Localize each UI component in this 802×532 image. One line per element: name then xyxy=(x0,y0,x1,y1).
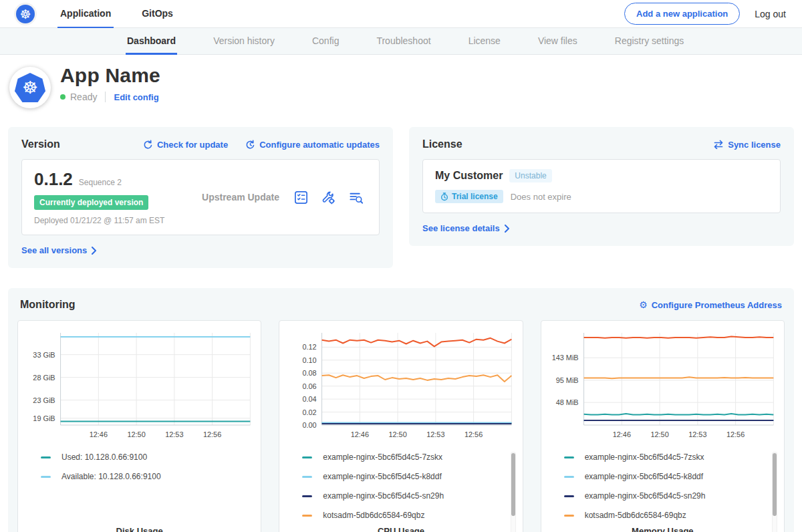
app-subnav: DashboardVersion historyConfigTroublesho… xyxy=(0,28,802,55)
stopwatch-icon xyxy=(440,192,448,201)
chart-plot-cpu-usage: 0.120.100.080.060.040.020.0012:4612:5012… xyxy=(286,327,515,442)
svg-text:19 GiB: 19 GiB xyxy=(33,414,55,422)
version-source-label: Upstream Update xyxy=(188,192,293,203)
subnav-item-dashboard[interactable]: Dashboard xyxy=(126,28,177,55)
topnav-tab-application[interactable]: Application xyxy=(57,0,114,28)
legend-scrollbar-thumb[interactable] xyxy=(511,453,515,516)
status-dot-icon xyxy=(60,94,65,100)
legend-color-dash xyxy=(564,456,574,458)
svg-text:0.12: 0.12 xyxy=(303,343,317,351)
svg-text:12:46: 12:46 xyxy=(612,430,630,438)
channel-badge: Unstable xyxy=(509,169,551,182)
license-expiry-text: Does not expire xyxy=(511,192,571,202)
deployed-timestamp: Deployed 01/21/22 @ 11:57 am EST xyxy=(34,216,188,225)
kubernetes-logo-icon: ☸ xyxy=(16,5,35,23)
svg-text:95 MiB: 95 MiB xyxy=(555,376,578,384)
version-card: Version Check for update Configure autom… xyxy=(8,127,393,268)
chart-legend-disk-usage: Used: 10.128.0.66:9100Available: 10.128.… xyxy=(41,452,254,482)
chart-card-cpu-usage: 0.120.100.080.060.040.020.0012:4612:5012… xyxy=(279,320,523,532)
license-details-card: My Customer Unstable Trial license Does … xyxy=(422,159,781,213)
check-for-update-link[interactable]: Check for update xyxy=(143,140,228,150)
svg-text:0.10: 0.10 xyxy=(303,356,317,364)
legend-item: example-nginx-5bc6f5d4c5-7zskx xyxy=(564,452,777,462)
edit-config-link[interactable]: Edit config xyxy=(114,92,158,102)
svg-text:28 GiB: 28 GiB xyxy=(33,374,55,382)
legend-item: kotsadm-5db6dc6584-69qbz xyxy=(564,510,777,521)
legend-series-label: example-nginx-5bc6f5d4c5-k8ddf xyxy=(323,472,441,481)
current-version-card: 0.1.2 Sequence 2 Currently deployed vers… xyxy=(21,159,380,235)
legend-series-label: example-nginx-5bc6f5d4c5-k8ddf xyxy=(585,472,703,481)
configure-prometheus-link[interactable]: ⚙ Configure Prometheus Address xyxy=(639,300,782,310)
legend-scrollbar xyxy=(772,452,777,532)
chart-plot-disk-usage: 33 GiB28 GiB23 GiB19 GiB12:4612:5012:531… xyxy=(25,327,254,442)
topnav-tabs: ApplicationGitOps xyxy=(57,0,201,28)
subnav-item-license[interactable]: License xyxy=(467,28,502,55)
svg-text:0.02: 0.02 xyxy=(303,408,317,416)
legend-color-dash xyxy=(564,476,574,478)
subnav-item-registry-settings[interactable]: Registry settings xyxy=(614,28,685,55)
app-header: ☸ App Name Ready Edit config xyxy=(0,55,802,119)
svg-text:12:53: 12:53 xyxy=(165,430,183,438)
customer-name: My Customer xyxy=(435,170,503,182)
svg-text:33 GiB: 33 GiB xyxy=(33,351,55,359)
legend-color-dash xyxy=(302,476,312,478)
monitoring-section: Monitoring ⚙ Configure Prometheus Addres… xyxy=(8,288,794,532)
sync-license-link[interactable]: Sync license xyxy=(713,140,781,150)
legend-series-label: kotsadm-5db6dc6584-69qbz xyxy=(585,511,686,520)
legend-scrollbar-thumb[interactable] xyxy=(773,453,777,516)
legend-color-dash xyxy=(41,456,51,458)
see-license-details-link[interactable]: See license details xyxy=(422,223,510,233)
subnav-item-version-history[interactable]: Version history xyxy=(212,28,276,55)
svg-text:0.08: 0.08 xyxy=(303,369,317,377)
svg-text:12:53: 12:53 xyxy=(427,430,445,438)
license-card-title: License xyxy=(422,138,462,150)
app-avatar: ☸ xyxy=(9,67,51,108)
kubernetes-app-icon: ☸ xyxy=(15,73,45,102)
legend-color-dash xyxy=(41,476,51,478)
legend-color-dash xyxy=(302,456,312,458)
see-all-versions-link[interactable]: See all versions xyxy=(21,245,97,255)
chart-plot-memory-usage: 143 MiB95 MiB48 MiB12:4612:5012:5312:56 xyxy=(548,327,777,442)
legend-color-dash xyxy=(302,495,312,497)
svg-text:12:46: 12:46 xyxy=(90,430,108,438)
legend-series-label: example-nginx-5bc6f5d4c5-7zskx xyxy=(585,452,704,462)
legend-item: example-nginx-5bc6f5d4c5-sn29h xyxy=(564,491,777,501)
chevron-right-icon xyxy=(504,225,510,233)
legend-item: example-nginx-5bc6f5d4c5-sn29h xyxy=(302,491,515,501)
legend-series-label: example-nginx-5bc6f5d4c5-sn29h xyxy=(585,491,706,501)
version-sequence: Sequence 2 xyxy=(79,178,122,187)
legend-color-dash xyxy=(564,515,574,517)
svg-text:12:50: 12:50 xyxy=(389,430,407,438)
subnav-item-config[interactable]: Config xyxy=(311,28,340,55)
license-card: License Sync license My Customer Unstabl… xyxy=(409,127,794,246)
config-wrench-icon[interactable] xyxy=(321,190,336,205)
topnav-tab-gitops[interactable]: GitOps xyxy=(139,0,176,28)
chart-card-disk-usage: 33 GiB28 GiB23 GiB19 GiB12:4612:5012:531… xyxy=(17,320,261,532)
trial-license-badge: Trial license xyxy=(435,190,503,203)
top-navbar: ☸ ApplicationGitOps Add a new applicatio… xyxy=(0,0,802,28)
legend-series-label: Used: 10.128.0.66:9100 xyxy=(61,452,147,462)
svg-text:48 MiB: 48 MiB xyxy=(555,398,578,406)
topnav-right: Add a new application Log out xyxy=(624,3,786,25)
svg-text:12:56: 12:56 xyxy=(203,430,221,438)
legend-series-label: example-nginx-5bc6f5d4c5-7zskx xyxy=(323,452,442,462)
subnav-item-view-files[interactable]: View files xyxy=(537,28,579,55)
app-status-text: Ready xyxy=(70,92,97,102)
svg-text:12:50: 12:50 xyxy=(127,430,145,438)
currently-deployed-badge: Currently deployed version xyxy=(34,195,148,210)
view-files-search-icon[interactable] xyxy=(348,190,364,205)
configure-automatic-updates-link[interactable]: Configure automatic updates xyxy=(245,140,380,150)
clock-refresh-icon xyxy=(245,140,255,150)
preflight-checklist-icon[interactable] xyxy=(293,190,309,205)
legend-color-dash xyxy=(302,515,312,517)
divider xyxy=(105,92,106,102)
chevron-right-icon xyxy=(91,247,97,255)
subnav-item-troubleshoot[interactable]: Troubleshoot xyxy=(375,28,432,55)
svg-text:23 GiB: 23 GiB xyxy=(33,396,55,404)
logout-link[interactable]: Log out xyxy=(755,9,786,19)
legend-color-dash xyxy=(564,495,574,497)
chart-legend-memory-usage: example-nginx-5bc6f5d4c5-7zskxexample-ng… xyxy=(564,452,777,521)
svg-text:0.00: 0.00 xyxy=(303,421,317,429)
add-new-application-button[interactable]: Add a new application xyxy=(624,3,740,25)
page-title: App Name xyxy=(60,64,160,87)
